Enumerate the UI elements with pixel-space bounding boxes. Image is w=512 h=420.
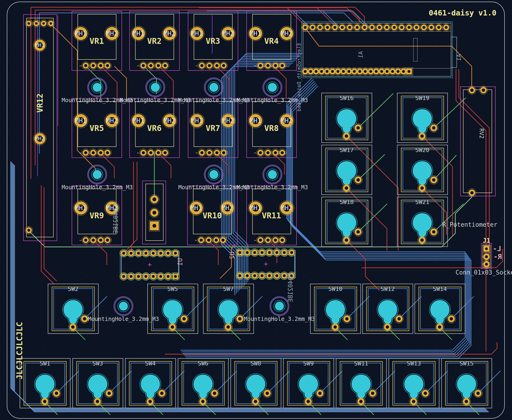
- mh2-pad-label: MH2: [281, 30, 293, 37]
- pad-hole: [152, 252, 155, 255]
- pad-number: 13: [342, 70, 345, 73]
- refdes: SW6: [198, 360, 208, 367]
- pad-number: 2: [398, 318, 400, 320]
- pad-number: 1: [346, 239, 347, 241]
- mh2-pad-label: MH2: [223, 30, 234, 37]
- refdes: RV2: [478, 128, 485, 138]
- refdes-mirrored: U2: [228, 252, 236, 259]
- refdes: VR1: [89, 36, 104, 46]
- pad-number: 16: [326, 70, 328, 73]
- refdes: VR4: [264, 36, 278, 46]
- pad-number: 19: [309, 70, 312, 73]
- pad-number: 33: [393, 26, 396, 29]
- pad-hole: [174, 275, 177, 278]
- pad-number: 2: [433, 179, 434, 181]
- pad-number: L3: [27, 229, 30, 232]
- pad-number: 1: [44, 400, 45, 403]
- pad-number: 15: [331, 70, 334, 73]
- mh2-pad-label: MH2: [281, 204, 293, 211]
- refdes: SW10: [328, 285, 342, 292]
- pad-number: 2: [477, 392, 479, 395]
- pad-number: 2: [319, 392, 321, 395]
- pad-number: 1: [97, 400, 98, 403]
- minus-mark: -: [195, 150, 198, 156]
- pad-number: 1: [154, 225, 155, 227]
- pad-number: 2: [451, 318, 452, 320]
- pad-number: 1: [346, 187, 347, 189]
- pad-hole: [164, 64, 167, 67]
- pad-hole: [274, 64, 277, 67]
- pad-number: 2: [372, 392, 373, 395]
- pad-number: 32: [385, 26, 388, 29]
- pad-hole: [267, 151, 270, 154]
- refdes: VR2: [147, 36, 161, 46]
- refdes: SW8: [250, 360, 261, 367]
- pad-hole: [470, 89, 474, 92]
- pad-number: 2: [108, 392, 110, 395]
- mh1-pad-label: MH1: [75, 117, 87, 124]
- refdes: VR12: [35, 93, 45, 113]
- hole: [209, 83, 218, 92]
- pad-hole: [164, 151, 167, 154]
- pad-hole: [200, 239, 203, 242]
- origin-mark: +: [148, 261, 152, 269]
- pad-hole: [207, 239, 210, 242]
- pad-hole: [246, 251, 249, 254]
- mh2-pad-label: MH2: [164, 117, 175, 124]
- pad-number: 1: [149, 400, 151, 403]
- mh2-pad-label: MH2: [222, 204, 233, 211]
- pad-hole: [268, 274, 271, 277]
- pad-hole: [106, 64, 109, 67]
- refdes: SW15: [460, 360, 474, 367]
- pad-hole: [222, 151, 225, 154]
- pad-hole: [174, 252, 177, 255]
- pad-hole: [470, 191, 474, 195]
- pad-number: 17: [320, 70, 323, 73]
- pad-number: 25: [334, 26, 336, 29]
- minus-mark: -: [253, 150, 257, 156]
- pad-number: 2: [357, 127, 359, 129]
- mh1-pad-label: MH1: [75, 204, 87, 211]
- pad-hole: [84, 64, 87, 67]
- pad-hole: [130, 252, 133, 255]
- pad-number: 2: [56, 392, 57, 395]
- pad-number: 40: [445, 26, 448, 29]
- pad-hole: [215, 64, 219, 67]
- pad-number: 9: [365, 70, 366, 73]
- pad-number: 34: [400, 26, 403, 29]
- refdes: VR5: [89, 123, 104, 133]
- pad-number: 39: [437, 26, 440, 29]
- pad-hole: [159, 252, 162, 255]
- origin-mark: +: [264, 260, 268, 268]
- hole: [93, 170, 102, 179]
- pad-hole: [275, 274, 278, 277]
- pad-number: 1: [72, 326, 74, 328]
- pad-hole: [267, 64, 270, 67]
- pad-number: 37: [423, 26, 425, 29]
- pcb-editor-canvas[interactable]: MH1MH2VR1-MH1MH2VR2-MH1MH2VR3-MH1MH2VR4-…: [0, 0, 512, 420]
- pad-hole: [92, 64, 95, 67]
- mh1-pad-label: MH1: [250, 204, 261, 211]
- pad-hole: [222, 64, 225, 67]
- module-name-mirrored: ElectroSmith_Daisy_Seed: [296, 43, 302, 112]
- pad-hole: [253, 251, 256, 254]
- pad-number: 1: [439, 326, 440, 328]
- pad-number: 1: [421, 187, 423, 189]
- value-label: Conn_01x03_Socket: [456, 269, 512, 276]
- minus-mark: -: [253, 62, 257, 69]
- refdes: SW19: [415, 95, 429, 101]
- mh2-pad-label: MH2: [223, 117, 234, 124]
- hole: [119, 302, 128, 311]
- refdes: SW16: [340, 95, 354, 101]
- refdes: SW17: [340, 147, 354, 153]
- refdes: SW11: [354, 360, 368, 367]
- refdes-mirrored: A1: [357, 51, 364, 58]
- value-mirrored: A1: [456, 54, 462, 61]
- pad-number: 2: [403, 70, 404, 73]
- refdes: VR8: [264, 123, 278, 133]
- pad-hole: [167, 252, 170, 255]
- pad-hole: [208, 64, 211, 67]
- pad-number: 3: [397, 70, 399, 73]
- refdes-mirrored: U1: [176, 258, 184, 266]
- mounting-hole-label: MountingHole_3.2mm_M3: [62, 184, 133, 191]
